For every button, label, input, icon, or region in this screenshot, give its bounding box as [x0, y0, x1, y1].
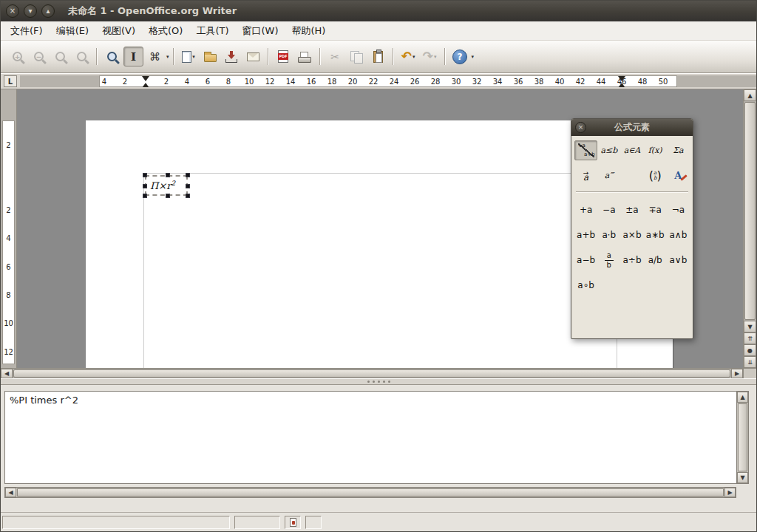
horizontal-scrollbar[interactable]: ◀ ▶: [1, 368, 756, 378]
op-a-times-b[interactable]: a×b: [620, 222, 643, 248]
resize-handle[interactable]: [143, 173, 147, 177]
op-neg-a[interactable]: ¬a: [667, 197, 690, 222]
previous-page-button[interactable]: ⇈: [744, 332, 756, 344]
paste-button[interactable]: [368, 47, 388, 66]
category-formats[interactable]: A: [667, 166, 690, 185]
scrollbar-track[interactable]: [13, 369, 731, 378]
next-page-button[interactable]: ⇊: [744, 356, 756, 368]
save-button[interactable]: [222, 47, 242, 66]
menu-format[interactable]: 格式(O): [142, 21, 189, 41]
op-minus-plus-a[interactable]: ∓a: [644, 197, 667, 222]
op-a-over-b[interactable]: ab: [597, 248, 620, 273]
cut-button[interactable]: ✂: [325, 47, 345, 66]
op-a-cdot-b[interactable]: a⋅b: [597, 222, 620, 248]
formula-command-input[interactable]: %PI times r^2: [4, 391, 736, 484]
minimize-button[interactable]: ▾: [24, 4, 37, 18]
new-document-button[interactable]: ▾: [179, 47, 199, 66]
copy-button[interactable]: [347, 47, 367, 66]
toolbar-overflow-button[interactable]: ▾: [472, 54, 475, 60]
op-a-div-b[interactable]: a÷b: [620, 248, 643, 273]
scroll-up-button[interactable]: ▲: [737, 392, 748, 403]
scroll-up-button[interactable]: ▲: [744, 89, 756, 101]
category-relations[interactable]: a≤b: [597, 140, 620, 160]
op-a-or-b[interactable]: a∨b: [667, 248, 690, 273]
horizontal-ruler[interactable]: 4224681012141618202224262830323436384042…: [20, 75, 756, 87]
print-button[interactable]: [295, 47, 315, 66]
scroll-down-button[interactable]: ▼: [737, 472, 748, 483]
category-functions[interactable]: f(x): [644, 140, 667, 160]
op-plus-minus-a[interactable]: ±a: [620, 197, 643, 222]
scroll-down-button[interactable]: ▼: [744, 321, 756, 332]
titlebar[interactable]: × ▾ ▴ 未命名 1 - OpenOffice.org Writer: [1, 1, 756, 21]
menu-help[interactable]: 帮助(H): [285, 21, 333, 41]
maximize-button[interactable]: ▴: [41, 4, 55, 18]
menu-window[interactable]: 窗口(W): [236, 21, 285, 41]
status-cell-modified[interactable]: [285, 516, 301, 529]
panel-splitter[interactable]: [1, 378, 756, 385]
palette-titlebar[interactable]: × 公式元素: [571, 119, 693, 136]
op-a-and-b[interactable]: a∧b: [667, 222, 690, 248]
scrollbar-thumb[interactable]: [738, 403, 747, 471]
scroll-right-button[interactable]: ▶: [731, 369, 743, 378]
zoom-in-button[interactable]: +: [7, 47, 27, 66]
zoom-100-button[interactable]: [50, 47, 70, 66]
scrollbar-track[interactable]: [744, 101, 756, 321]
vertical-scrollbar[interactable]: ▲ ▼ ⇈ ● ⇊: [743, 89, 756, 368]
category-attributes[interactable]: →a: [574, 166, 597, 185]
op-a-minus-b[interactable]: a−b: [574, 248, 597, 273]
palette-close-button[interactable]: ×: [575, 122, 586, 133]
scroll-right-button[interactable]: ▶: [724, 488, 736, 497]
scrollbar-thumb[interactable]: [17, 488, 724, 497]
category-others[interactable]: a‴: [597, 166, 620, 185]
formula-cursor-button[interactable]: I: [123, 47, 143, 66]
indent-marker-left[interactable]: [142, 76, 149, 87]
undo-dropdown-icon[interactable]: ▾: [413, 54, 415, 60]
scrollbar-thumb[interactable]: [13, 369, 730, 378]
op-a-slash-b[interactable]: a/b: [644, 248, 667, 273]
resize-handle[interactable]: [143, 194, 147, 198]
op-plus-a[interactable]: +a: [574, 197, 597, 222]
status-cell-selection[interactable]: [305, 516, 322, 529]
close-button[interactable]: ×: [6, 4, 19, 18]
resize-handle[interactable]: [186, 194, 190, 198]
symbols-catalog-button[interactable]: ⌘: [145, 47, 165, 66]
indent-marker-right[interactable]: [618, 76, 625, 87]
redo-dropdown-icon[interactable]: ▾: [434, 54, 437, 60]
resize-handle[interactable]: [143, 184, 147, 188]
vertical-ruler[interactable]: 224681012: [1, 89, 17, 368]
pdf-export-button[interactable]: PDF: [274, 47, 293, 66]
redo-button[interactable]: ↷▾: [420, 47, 440, 66]
scrollbar-thumb[interactable]: [744, 102, 756, 320]
open-button[interactable]: [200, 47, 220, 66]
undo-button[interactable]: ↶▾: [398, 47, 418, 66]
op-minus-a[interactable]: −a: [597, 197, 620, 222]
zoom-out-button[interactable]: −: [29, 47, 49, 66]
update-view-button[interactable]: [102, 47, 122, 66]
menu-tools[interactable]: 工具(T): [189, 21, 235, 41]
op-a-plus-b[interactable]: a+b: [574, 222, 597, 248]
formula-object[interactable]: Π×r2: [145, 175, 188, 196]
status-cell-style[interactable]: [234, 516, 280, 529]
resize-handle[interactable]: [186, 184, 190, 188]
math-toolbar-options-button[interactable]: ▾: [166, 54, 169, 60]
email-button[interactable]: [243, 47, 263, 66]
op-a-circ-b[interactable]: a∘b: [574, 273, 597, 298]
category-set-operations[interactable]: a∈A: [620, 140, 643, 160]
scrollbar-track[interactable]: [16, 488, 724, 497]
menu-view[interactable]: 视图(V): [95, 21, 142, 41]
menu-edit[interactable]: 编辑(E): [50, 21, 95, 41]
scrollbar-track[interactable]: [737, 403, 748, 472]
category-brackets[interactable]: (ab): [644, 166, 667, 185]
scroll-left-button[interactable]: ◀: [1, 369, 13, 378]
command-vertical-scrollbar[interactable]: ▲ ▼: [736, 391, 749, 484]
tab-stop-selector[interactable]: L: [4, 75, 17, 87]
category-operators[interactable]: Σa: [667, 140, 690, 160]
navigation-button[interactable]: ●: [744, 344, 756, 356]
scroll-left-button[interactable]: ◀: [5, 488, 16, 497]
zoom-page-button[interactable]: [72, 47, 92, 66]
menu-file[interactable]: 文件(F): [4, 21, 50, 41]
resize-handle[interactable]: [186, 173, 190, 177]
op-a-ast-b[interactable]: a∗b: [644, 222, 667, 248]
help-button[interactable]: ?: [450, 47, 470, 66]
category-unary-binary-operators[interactable]: +aa+b: [574, 140, 597, 160]
